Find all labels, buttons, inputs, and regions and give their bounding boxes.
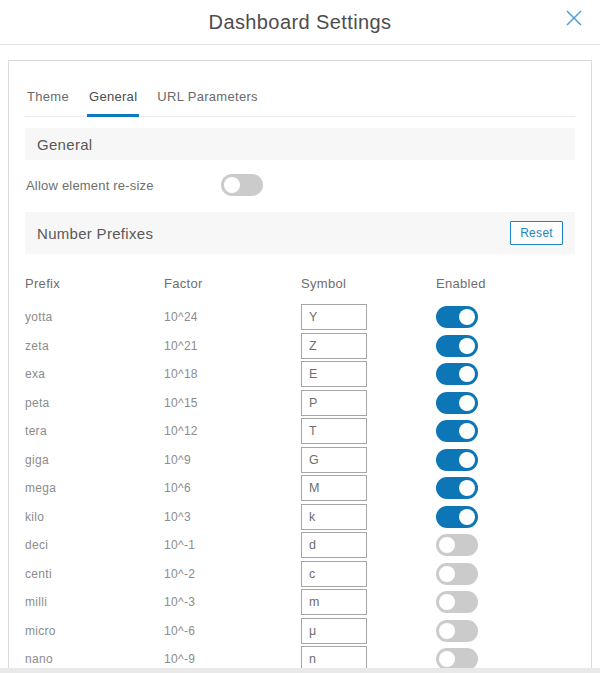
symbol-input[interactable] xyxy=(301,532,367,558)
enabled-cell xyxy=(436,335,575,357)
column-header-factor: Factor xyxy=(164,276,301,291)
column-header-prefix: Prefix xyxy=(25,276,164,291)
symbol-cell xyxy=(301,304,436,330)
prefix-label: kilo xyxy=(25,510,164,524)
enabled-toggle[interactable] xyxy=(436,506,478,528)
prefix-label: nano xyxy=(25,652,164,666)
enabled-toggle[interactable] xyxy=(436,392,478,414)
enabled-toggle[interactable] xyxy=(436,306,478,328)
factor-label: 10^12 xyxy=(164,424,301,438)
toggle-knob xyxy=(459,338,475,354)
table-row: milli 10^-3 xyxy=(25,588,575,617)
table-row: yotta 10^24 xyxy=(25,303,575,332)
symbol-cell xyxy=(301,532,436,558)
symbol-cell xyxy=(301,589,436,615)
tab-general[interactable]: General xyxy=(87,89,139,117)
symbol-cell xyxy=(301,475,436,501)
bottom-strip xyxy=(0,668,600,673)
table-row: zeta 10^21 xyxy=(25,332,575,361)
table-row: tera 10^12 xyxy=(25,417,575,446)
prefix-table-header: Prefix Factor Symbol Enabled xyxy=(25,276,575,291)
toggle-knob xyxy=(459,452,475,468)
enabled-toggle[interactable] xyxy=(436,563,478,585)
factor-label: 10^-1 xyxy=(164,538,301,552)
tab-theme[interactable]: Theme xyxy=(25,89,71,117)
tab-url-parameters[interactable]: URL Parameters xyxy=(155,89,260,117)
prefix-label: giga xyxy=(25,453,164,467)
table-row: centi 10^-2 xyxy=(25,560,575,589)
symbol-cell xyxy=(301,418,436,444)
toggle-knob xyxy=(459,309,475,325)
table-row: mega 10^6 xyxy=(25,474,575,503)
prefix-label: yotta xyxy=(25,310,164,324)
symbol-input[interactable] xyxy=(301,390,367,416)
enabled-toggle[interactable] xyxy=(436,648,478,670)
enabled-cell xyxy=(436,591,575,613)
enabled-toggle[interactable] xyxy=(436,363,478,385)
number-prefixes-title: Number Prefixes xyxy=(37,225,153,242)
dialog-header: Dashboard Settings xyxy=(0,0,600,45)
symbol-cell xyxy=(301,447,436,473)
enabled-toggle[interactable] xyxy=(436,477,478,499)
table-row: micro 10^-6 xyxy=(25,617,575,646)
prefix-label: deci xyxy=(25,538,164,552)
factor-label: 10^-6 xyxy=(164,624,301,638)
enabled-cell xyxy=(436,534,575,556)
toggle-knob xyxy=(459,480,475,496)
enabled-toggle[interactable] xyxy=(436,591,478,613)
symbol-input[interactable] xyxy=(301,304,367,330)
symbol-input[interactable] xyxy=(301,333,367,359)
symbol-input[interactable] xyxy=(301,361,367,387)
toggle-knob xyxy=(459,509,475,525)
prefix-label: tera xyxy=(25,424,164,438)
toggle-knob xyxy=(439,623,455,639)
symbol-input[interactable] xyxy=(301,618,367,644)
enabled-toggle[interactable] xyxy=(436,620,478,642)
symbol-input[interactable] xyxy=(301,504,367,530)
dialog-title: Dashboard Settings xyxy=(0,0,600,45)
factor-label: 10^3 xyxy=(164,510,301,524)
factor-label: 10^15 xyxy=(164,396,301,410)
prefix-table-body: yotta 10^24 zeta 10^21 exa 10^18 peta 10… xyxy=(25,303,575,673)
prefix-label: micro xyxy=(25,624,164,638)
symbol-input[interactable] xyxy=(301,561,367,587)
enabled-toggle[interactable] xyxy=(436,534,478,556)
enabled-cell xyxy=(436,449,575,471)
tab-bar: Theme General URL Parameters xyxy=(25,89,575,117)
toggle-knob xyxy=(459,395,475,411)
table-row: giga 10^9 xyxy=(25,446,575,475)
reset-button[interactable]: Reset xyxy=(510,221,563,245)
column-header-enabled: Enabled xyxy=(436,276,575,291)
enabled-toggle[interactable] xyxy=(436,420,478,442)
factor-label: 10^-9 xyxy=(164,652,301,666)
toggle-knob xyxy=(459,366,475,382)
allow-resize-label: Allow element re-size xyxy=(26,178,221,193)
factor-label: 10^21 xyxy=(164,339,301,353)
prefix-label: milli xyxy=(25,595,164,609)
enabled-cell xyxy=(436,392,575,414)
toggle-knob xyxy=(459,423,475,439)
toggle-knob xyxy=(439,651,455,667)
symbol-input[interactable] xyxy=(301,447,367,473)
factor-label: 10^9 xyxy=(164,453,301,467)
close-button[interactable] xyxy=(562,8,586,32)
toggle-knob xyxy=(439,594,455,610)
symbol-cell xyxy=(301,333,436,359)
prefix-label: mega xyxy=(25,481,164,495)
enabled-toggle[interactable] xyxy=(436,335,478,357)
toggle-knob xyxy=(224,177,240,193)
table-row: peta 10^15 xyxy=(25,389,575,418)
enabled-cell xyxy=(436,477,575,499)
symbol-input[interactable] xyxy=(301,418,367,444)
enabled-cell xyxy=(436,363,575,385)
enabled-cell xyxy=(436,648,575,670)
allow-resize-toggle[interactable] xyxy=(221,174,263,196)
table-row: exa 10^18 xyxy=(25,360,575,389)
symbol-cell xyxy=(301,618,436,644)
symbol-input[interactable] xyxy=(301,589,367,615)
settings-panel: Theme General URL Parameters General All… xyxy=(8,60,592,673)
factor-label: 10^6 xyxy=(164,481,301,495)
enabled-toggle[interactable] xyxy=(436,449,478,471)
prefix-label: peta xyxy=(25,396,164,410)
symbol-input[interactable] xyxy=(301,475,367,501)
